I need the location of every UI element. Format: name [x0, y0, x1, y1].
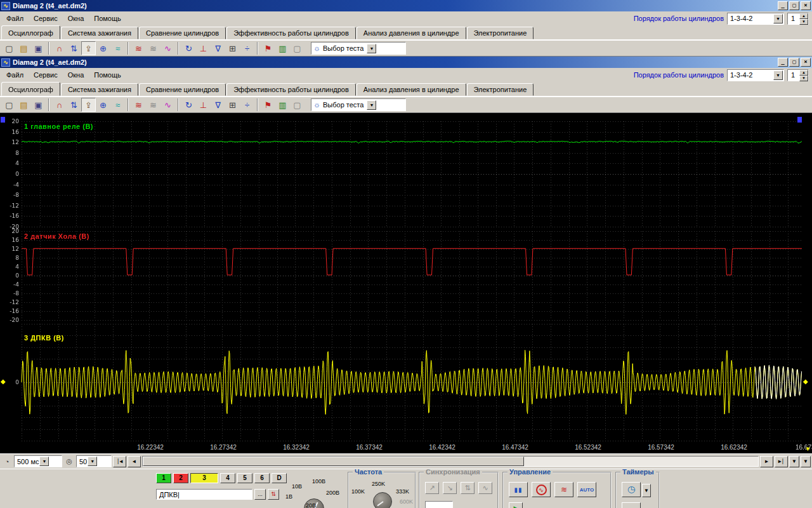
spin-down-icon[interactable]: ▼	[799, 76, 808, 81]
test-select-combo[interactable]: ☼ Выбор теста ▼	[311, 42, 406, 55]
cylinder-number-spin[interactable]: 1 ▲▼	[787, 13, 809, 25]
pan-hand-icon[interactable]: ⇪	[81, 41, 96, 55]
voltage-scale-control[interactable]: 10В100В1В200В20В	[284, 469, 345, 508]
save-icon[interactable]: ▣	[31, 41, 46, 55]
browse-button[interactable]: ...	[254, 489, 266, 500]
color-waves-icon[interactable]: ∿	[160, 98, 175, 112]
timer-extra-button[interactable]	[622, 502, 641, 508]
menu-windows[interactable]: Окна	[63, 69, 89, 81]
samples-combo[interactable]: 50 ▼	[76, 455, 112, 467]
run-button[interactable]: ▶	[509, 502, 523, 508]
sync-rising-edge-icon[interactable]: ↗	[425, 482, 439, 494]
minimize-button[interactable]: _	[778, 58, 788, 67]
timer-gauge-button[interactable]: ◷	[622, 482, 641, 497]
restore-button[interactable]: ▢	[789, 58, 799, 67]
tab-oscilloscope[interactable]: Осциллограф	[1, 82, 60, 96]
cylinder-number-spin[interactable]: 1 ▲▼	[787, 69, 809, 81]
step-forward-button[interactable]: ▶	[760, 456, 773, 467]
sync-source-combo[interactable]	[425, 501, 453, 508]
filter-icon[interactable]: ∇	[211, 98, 225, 112]
chevron-down-icon[interactable]: ▼	[773, 14, 783, 23]
sync-both-edges-icon[interactable]: ⇅	[461, 482, 475, 494]
tab-cylinder-pressure[interactable]: Анализ давления в цилиндре	[357, 83, 466, 96]
spin-up-icon[interactable]: ▲	[799, 13, 808, 19]
timer-dropdown-button[interactable]: ▼	[642, 484, 651, 497]
marker-next-button[interactable]: ▼	[801, 456, 811, 467]
split-waves-icon[interactable]: ≋	[146, 41, 160, 55]
flag-icon[interactable]: ⚑	[261, 41, 275, 55]
open-file-icon[interactable]: ▤	[16, 98, 31, 112]
zero-level-icon[interactable]: ⊥	[196, 98, 211, 112]
channel-2-button[interactable]: 2	[173, 473, 188, 483]
invert-channel-icon[interactable]: ⇅	[268, 489, 279, 500]
menu-service[interactable]: Сервис	[29, 69, 63, 81]
frequency-knob[interactable]	[373, 492, 392, 508]
continuous-wave-button[interactable]: ≋	[554, 482, 573, 497]
channel-1-button[interactable]: 1	[156, 473, 171, 483]
spin-down-icon[interactable]: ▼	[799, 19, 808, 25]
zero-level-icon[interactable]: ⊥	[196, 41, 211, 55]
channel-5-button[interactable]: 5	[237, 473, 252, 483]
tab-cylinder-comparison[interactable]: Сравнение цилиндров	[139, 27, 226, 39]
channel-4-button[interactable]: 4	[220, 473, 235, 483]
tab-cylinder-efficiency[interactable]: Эффективность работы цилиндров	[226, 83, 356, 96]
zero-level-marker-left[interactable]: ◆	[1, 378, 6, 385]
menu-file[interactable]: Файл	[1, 13, 29, 24]
step-back-button[interactable]: ◀	[128, 456, 141, 467]
open-file-icon[interactable]: ▤	[16, 41, 31, 55]
marker-prev-button[interactable]: ▼	[789, 456, 799, 467]
overlay-waves-icon[interactable]: ≋	[131, 41, 146, 55]
channel-6-button[interactable]: 6	[254, 473, 270, 483]
divide-icon[interactable]: ÷	[240, 41, 254, 55]
channel-3-button[interactable]: 3	[190, 473, 218, 483]
arc-tool-icon[interactable]: ∩	[52, 41, 67, 55]
filter-icon[interactable]: ∇	[211, 41, 225, 55]
time-scrollbar[interactable]	[142, 456, 759, 467]
split-waves-icon[interactable]: ≋	[146, 98, 160, 112]
arc-tool-icon[interactable]: ∩	[52, 98, 67, 112]
close-button[interactable]: ×	[801, 58, 811, 67]
grid-table-icon[interactable]: ⊞	[225, 41, 240, 55]
menu-file[interactable]: Файл	[1, 69, 29, 81]
menu-help[interactable]: Помощь	[89, 69, 126, 81]
go-first-button[interactable]: |◀	[113, 456, 126, 467]
scope-canvas[interactable]	[0, 113, 812, 443]
scale-arrows-icon[interactable]: ⇅	[67, 98, 81, 112]
tab-oscilloscope[interactable]: Осциллограф	[1, 25, 60, 39]
cylinder-order-combo[interactable]: 1-3-4-2 ▼	[727, 69, 784, 81]
zoom-icon[interactable]: ⊕	[96, 41, 110, 55]
single-wave-button[interactable]: ∿	[532, 482, 551, 497]
grid-table-icon[interactable]: ⊞	[225, 98, 240, 112]
scale-arrows-icon[interactable]: ⇅	[67, 41, 81, 55]
tab-ignition-system[interactable]: Система зажигания	[61, 27, 138, 39]
tab-power-supply[interactable]: Электропитание	[467, 83, 534, 96]
menu-help[interactable]: Помощь	[89, 13, 126, 24]
color-waves-icon[interactable]: ∿	[160, 41, 175, 55]
spin-up-icon[interactable]: ▲	[799, 70, 808, 76]
titlebar[interactable]: ∿ Diamag 2 (t4_aet.dm2) _ ▢ ×	[0, 0, 812, 11]
minimize-button[interactable]: _	[778, 1, 788, 10]
chevron-down-icon[interactable]: ▼	[367, 100, 376, 110]
chevron-down-icon[interactable]: ▼	[39, 457, 49, 466]
titlebar[interactable]: ∿ Diamag 2 (t4_aet.dm2) _ ▢ ×	[0, 57, 812, 68]
new-file-icon[interactable]: ▢	[2, 98, 16, 112]
report-icon[interactable]: ▥	[275, 98, 290, 112]
zoom-icon[interactable]: ⊕	[96, 98, 110, 112]
report-icon[interactable]: ▥	[275, 41, 290, 55]
smooth-waves-icon[interactable]: ≈	[110, 98, 125, 112]
go-last-button[interactable]: ▶|	[775, 456, 788, 467]
chevron-down-icon[interactable]: ▼	[367, 44, 376, 53]
pause-button[interactable]: ▮▮	[509, 482, 528, 497]
auto-mode-button[interactable]: AUTO	[577, 482, 596, 497]
timebase-combo[interactable]: 500 мс ▼	[14, 455, 62, 467]
pan-hand-icon[interactable]: ⇪	[81, 98, 96, 112]
cursor-marker-right[interactable]	[797, 117, 802, 123]
time-scrollbar-thumb[interactable]	[143, 457, 524, 466]
cursor-marker-left[interactable]	[1, 117, 5, 123]
menu-windows[interactable]: Окна	[63, 13, 89, 24]
tab-cylinder-pressure[interactable]: Анализ давления в цилиндре	[357, 27, 466, 39]
tab-cylinder-efficiency[interactable]: Эффективность работы цилиндров	[226, 27, 356, 39]
channel-name-input[interactable]: ДПКВ|	[156, 489, 252, 500]
sync-falling-edge-icon[interactable]: ↘	[443, 482, 457, 494]
chevron-down-icon[interactable]: ▼	[773, 70, 783, 80]
